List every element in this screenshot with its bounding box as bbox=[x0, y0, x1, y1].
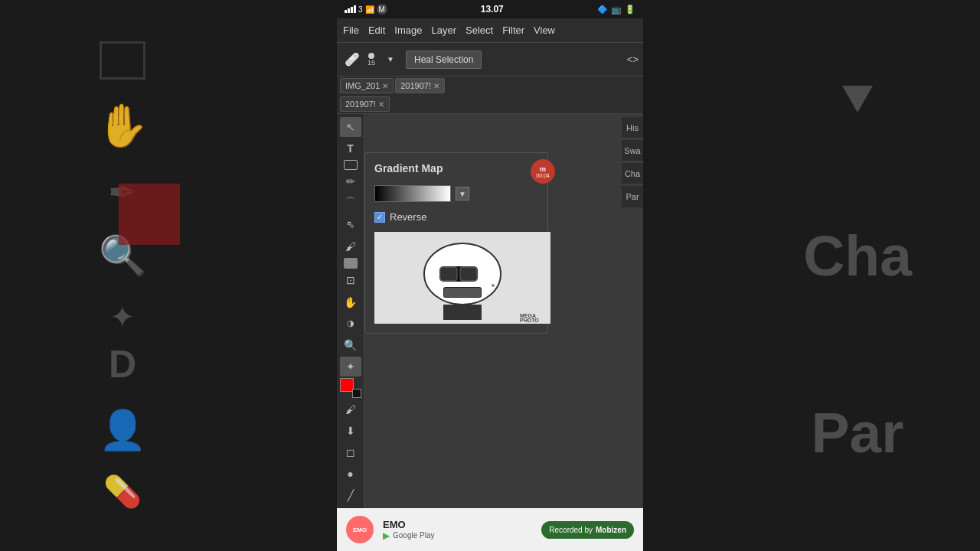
tool-square[interactable] bbox=[344, 258, 358, 269]
preview-svg: MEGA PHOTO bbox=[374, 232, 550, 324]
tool-path[interactable]: ╱ bbox=[340, 485, 361, 505]
brush-dot bbox=[368, 53, 374, 59]
wifi-icon: 📶 bbox=[365, 5, 374, 14]
tabs-row-2: 201907! ✕ bbox=[337, 95, 643, 113]
tab-img201-label: IMG_201 bbox=[345, 81, 380, 90]
carrier-icon: M bbox=[377, 4, 387, 15]
left-tools-sidebar: ↖ T ✏ ⌒ ⇖ 🖌 ⊡ ✋ ◑ 🔍 ✦ 🖌 ⬇ ◻ ● ╱ bbox=[337, 114, 364, 508]
panel-swatches[interactable]: Swa bbox=[622, 140, 643, 161]
tab-201907-1[interactable]: 201907! ✕ bbox=[395, 78, 445, 93]
menu-filter[interactable]: Filter bbox=[502, 24, 524, 36]
menu-image[interactable]: Image bbox=[394, 24, 422, 36]
brush-size-dropdown[interactable]: ▼ bbox=[380, 49, 401, 70]
panel-history[interactable]: His bbox=[622, 117, 643, 139]
battery-icon: 🔋 bbox=[625, 5, 635, 15]
emo-icon-text: EMO bbox=[353, 527, 367, 533]
bg-triangle-icon bbox=[842, 86, 873, 112]
gradient-dropdown[interactable]: ▼ bbox=[456, 187, 469, 201]
tool-heal[interactable]: ✦ bbox=[340, 357, 361, 377]
tool-fill[interactable]: ● bbox=[340, 464, 361, 484]
tabs-row-1: IMG_201 ✕ 201907! ✕ bbox=[337, 77, 643, 95]
status-right-icons: 🔷 📺 🔋 bbox=[597, 5, 635, 15]
tool-eraser[interactable]: ◻ bbox=[340, 442, 361, 462]
record-logo: m bbox=[540, 165, 546, 173]
background-color[interactable] bbox=[352, 389, 361, 398]
heal-tool-icon[interactable]: 🩹 bbox=[341, 49, 363, 70]
menu-bar: File Edit Image Layer Select Filter View bbox=[337, 18, 643, 43]
status-signal: 3 📶 M bbox=[345, 4, 387, 15]
bg-select-icon bbox=[100, 41, 145, 80]
bg-stamp-icon: ✦ bbox=[109, 299, 136, 334]
tool-select-arrow[interactable]: ↖ bbox=[340, 117, 361, 137]
recorder-name: Mobizen bbox=[596, 526, 626, 534]
bluetooth-icon: 🔷 bbox=[597, 5, 608, 15]
panel-channels[interactable]: Cha bbox=[622, 163, 643, 184]
tool-download[interactable]: ⬇ bbox=[340, 421, 361, 441]
bg-hand-icon: ✋ bbox=[96, 101, 149, 151]
brush-size-value: 15 bbox=[368, 59, 375, 67]
tool-crop[interactable]: ⊡ bbox=[340, 270, 361, 290]
emo-app-info: EMO ▶ Google Play bbox=[383, 519, 434, 541]
color-swatches[interactable] bbox=[340, 378, 361, 398]
tool-brush-2[interactable]: 🖌 bbox=[340, 399, 361, 419]
reverse-label: Reverse bbox=[390, 211, 426, 223]
reverse-checkbox-row: ✓ Reverse bbox=[374, 211, 538, 223]
tab-201907-2-label: 201907! bbox=[345, 99, 376, 109]
svg-rect-7 bbox=[443, 305, 482, 320]
signal-bars bbox=[345, 5, 356, 13]
tool-selection-rect[interactable] bbox=[344, 160, 358, 170]
panel-params[interactable]: Par bbox=[622, 186, 643, 207]
bg-par-text: Par bbox=[812, 399, 904, 465]
bg-cha-text: Cha bbox=[803, 223, 912, 289]
tool-paint[interactable]: 🖌 bbox=[340, 236, 361, 256]
gradient-bar[interactable] bbox=[374, 185, 451, 202]
dialog-title: Gradient Map bbox=[374, 162, 538, 174]
panel-labels: His Swa Cha Par bbox=[622, 114, 643, 210]
tabs-area: IMG_201 ✕ 201907! ✕ 201907! ✕ bbox=[337, 77, 643, 114]
record-time: 00:04 bbox=[536, 173, 550, 178]
tab-img201-close[interactable]: ✕ bbox=[382, 82, 388, 90]
menu-file[interactable]: File bbox=[343, 24, 359, 36]
svg-text:PHOTO: PHOTO bbox=[520, 318, 539, 323]
reverse-checkbox[interactable]: ✓ bbox=[374, 212, 385, 223]
tool-dodge[interactable]: ◑ bbox=[340, 314, 361, 334]
gradient-map-dialog: m 00:04 Gradient Map ▼ ✓ Reverse bbox=[364, 152, 548, 334]
tab-201907-1-close[interactable]: ✕ bbox=[433, 82, 439, 90]
menu-view[interactable]: View bbox=[534, 24, 555, 36]
bg-person-icon: 👤 bbox=[99, 408, 146, 452]
emo-app-name: EMO bbox=[383, 519, 434, 530]
status-bar: 3 📶 M 13.07 🔷 📺 🔋 bbox=[337, 0, 643, 18]
tab-201907-2-close[interactable]: ✕ bbox=[378, 100, 384, 109]
cast-icon: 📺 bbox=[611, 5, 622, 15]
svg-rect-6 bbox=[444, 288, 481, 297]
tool-pen[interactable]: ✏ bbox=[340, 171, 361, 191]
play-store-label: Google Play bbox=[393, 531, 434, 540]
content-area: ↖ T ✏ ⌒ ⇖ 🖌 ⊡ ✋ ◑ 🔍 ✦ 🖌 ⬇ ◻ ● ╱ bbox=[337, 114, 643, 508]
bottom-banner: EMO EMO ▶ Google Play Recorded by Mobize… bbox=[337, 508, 643, 551]
toolbar: 🩹 15 ▼ Heal Selection <> bbox=[337, 43, 643, 77]
tab-201907-1-label: 201907! bbox=[400, 81, 431, 90]
tool-hand[interactable]: ✋ bbox=[340, 292, 361, 312]
recorded-by-button[interactable]: Recorded by Mobizen bbox=[541, 521, 634, 539]
tool-select-2[interactable]: ⇖ bbox=[340, 214, 361, 234]
tab-img201[interactable]: IMG_201 ✕ bbox=[340, 78, 394, 93]
tab-201907-2[interactable]: 201907! ✕ bbox=[340, 96, 390, 112]
menu-edit[interactable]: Edit bbox=[368, 24, 385, 36]
menu-layer[interactable]: Layer bbox=[432, 24, 457, 36]
bg-letter-d: D bbox=[109, 342, 136, 386]
tool-zoom[interactable]: 🔍 bbox=[340, 335, 361, 355]
recorded-label: Recorded by bbox=[549, 526, 593, 534]
tool-text[interactable]: T bbox=[340, 139, 361, 158]
gradient-row: ▼ bbox=[374, 185, 538, 202]
tool-lasso[interactable]: ⌒ bbox=[340, 193, 361, 213]
menu-select[interactable]: Select bbox=[466, 24, 493, 36]
brush-size-control[interactable]: 15 bbox=[368, 53, 375, 67]
svg-point-10 bbox=[492, 284, 495, 287]
heal-selection-button[interactable]: Heal Selection bbox=[406, 51, 482, 69]
image-preview: MEGA PHOTO bbox=[374, 232, 550, 324]
nav-arrows[interactable]: <> bbox=[627, 54, 639, 65]
svg-rect-3 bbox=[440, 267, 457, 281]
network-type: 3 bbox=[358, 5, 363, 14]
record-indicator: m 00:04 bbox=[531, 159, 555, 184]
play-store-row: ▶ Google Play bbox=[383, 530, 434, 541]
